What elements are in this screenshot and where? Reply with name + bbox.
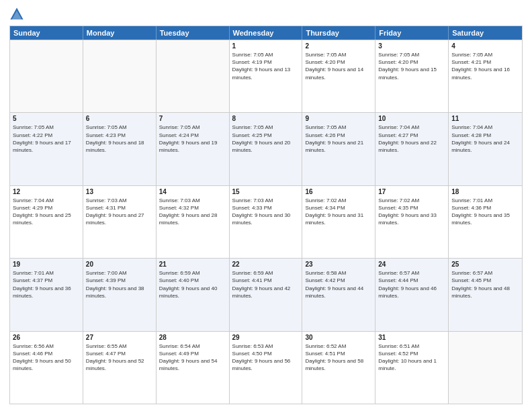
calendar-cell-7: 7Sunrise: 7:05 AM Sunset: 4:24 PM Daylig…: [157, 113, 230, 185]
cell-info: Sunrise: 6:53 AM Sunset: 4:50 PM Dayligh…: [232, 342, 300, 373]
cell-info: Sunrise: 6:57 AM Sunset: 4:44 PM Dayligh…: [378, 269, 445, 300]
calendar-cell-26: 26Sunrise: 6:56 AM Sunset: 4:46 PM Dayli…: [10, 332, 83, 404]
cell-day-number: 31: [378, 334, 445, 341]
cell-day-number: 30: [305, 334, 372, 341]
calendar-cell-15: 15Sunrise: 7:03 AM Sunset: 4:33 PM Dayli…: [230, 186, 303, 258]
calendar-cell-1: 1Sunrise: 7:05 AM Sunset: 4:19 PM Daylig…: [230, 40, 303, 112]
page: SundayMondayTuesdayWednesdayThursdayFrid…: [0, 0, 532, 411]
logo: [9, 7, 27, 21]
cell-info: Sunrise: 7:05 AM Sunset: 4:20 PM Dayligh…: [305, 51, 372, 81]
cell-day-number: 7: [159, 115, 226, 122]
calendar-cell-6: 6Sunrise: 7:05 AM Sunset: 4:23 PM Daylig…: [83, 113, 157, 185]
cell-day-number: 21: [159, 261, 226, 268]
cell-info: Sunrise: 6:59 AM Sunset: 4:40 PM Dayligh…: [159, 269, 226, 300]
calendar-cell-27: 27Sunrise: 6:55 AM Sunset: 4:47 PM Dayli…: [83, 332, 157, 404]
cell-info: Sunrise: 7:05 AM Sunset: 4:26 PM Dayligh…: [305, 124, 372, 154]
cell-info: Sunrise: 7:05 AM Sunset: 4:23 PM Dayligh…: [86, 124, 153, 154]
cell-info: Sunrise: 6:51 AM Sunset: 4:52 PM Dayligh…: [378, 342, 445, 373]
calendar-cell-10: 10Sunrise: 7:04 AM Sunset: 4:27 PM Dayli…: [375, 113, 449, 185]
calendar-cell-5: 5Sunrise: 7:05 AM Sunset: 4:22 PM Daylig…: [10, 113, 83, 185]
calendar-cell-30: 30Sunrise: 6:52 AM Sunset: 4:51 PM Dayli…: [302, 332, 375, 404]
cell-day-number: 2: [305, 42, 372, 50]
cell-day-number: 15: [232, 188, 300, 195]
cell-day-number: 20: [86, 261, 153, 268]
cell-day-number: 3: [378, 42, 445, 50]
calendar-cell-17: 17Sunrise: 7:02 AM Sunset: 4:35 PM Dayli…: [375, 186, 449, 258]
cell-day-number: 1: [232, 42, 300, 50]
cell-day-number: 13: [86, 188, 153, 195]
calendar-cell-8: 8Sunrise: 7:05 AM Sunset: 4:25 PM Daylig…: [230, 113, 303, 185]
cell-day-number: 24: [378, 261, 445, 268]
calendar-cell-22: 22Sunrise: 6:59 AM Sunset: 4:41 PM Dayli…: [230, 259, 303, 330]
calendar-cell-12: 12Sunrise: 7:04 AM Sunset: 4:29 PM Dayli…: [10, 186, 83, 258]
calendar-cell-19: 19Sunrise: 7:01 AM Sunset: 4:37 PM Dayli…: [10, 259, 83, 330]
cell-day-number: 25: [451, 261, 519, 268]
calendar-cell-18: 18Sunrise: 7:01 AM Sunset: 4:36 PM Dayli…: [449, 186, 522, 258]
calendar-cell-31: 31Sunrise: 6:51 AM Sunset: 4:52 PM Dayli…: [375, 332, 449, 404]
cell-info: Sunrise: 7:05 AM Sunset: 4:20 PM Dayligh…: [378, 51, 445, 81]
cell-info: Sunrise: 6:59 AM Sunset: 4:41 PM Dayligh…: [232, 269, 300, 300]
cell-info: Sunrise: 6:55 AM Sunset: 4:47 PM Dayligh…: [86, 342, 153, 373]
calendar-cell-3: 3Sunrise: 7:05 AM Sunset: 4:20 PM Daylig…: [375, 40, 449, 112]
cell-info: Sunrise: 7:05 AM Sunset: 4:19 PM Dayligh…: [232, 51, 300, 81]
cell-day-number: 12: [13, 188, 80, 195]
cell-info: Sunrise: 7:02 AM Sunset: 4:34 PM Dayligh…: [305, 197, 372, 227]
weekday-header-friday: Friday: [375, 26, 449, 40]
logo-icon: [9, 7, 24, 21]
cell-info: Sunrise: 6:57 AM Sunset: 4:45 PM Dayligh…: [451, 269, 519, 300]
calendar-row-2: 12Sunrise: 7:04 AM Sunset: 4:29 PM Dayli…: [10, 185, 522, 258]
calendar-cell-empty: [83, 40, 157, 112]
cell-day-number: 22: [232, 261, 300, 268]
calendar-cell-21: 21Sunrise: 6:59 AM Sunset: 4:40 PM Dayli…: [157, 259, 230, 330]
calendar-cell-23: 23Sunrise: 6:58 AM Sunset: 4:42 PM Dayli…: [302, 259, 375, 330]
cell-info: Sunrise: 7:03 AM Sunset: 4:32 PM Dayligh…: [159, 197, 226, 227]
cell-info: Sunrise: 7:03 AM Sunset: 4:31 PM Dayligh…: [86, 197, 153, 227]
calendar-row-1: 5Sunrise: 7:05 AM Sunset: 4:22 PM Daylig…: [10, 112, 522, 185]
calendar-cell-25: 25Sunrise: 6:57 AM Sunset: 4:45 PM Dayli…: [449, 259, 522, 330]
calendar: SundayMondayTuesdayWednesdayThursdayFrid…: [9, 26, 523, 404]
cell-day-number: 28: [159, 334, 226, 341]
calendar-cell-13: 13Sunrise: 7:03 AM Sunset: 4:31 PM Dayli…: [83, 186, 157, 258]
calendar-cell-2: 2Sunrise: 7:05 AM Sunset: 4:20 PM Daylig…: [302, 40, 375, 112]
cell-day-number: 23: [305, 261, 372, 268]
calendar-cell-16: 16Sunrise: 7:02 AM Sunset: 4:34 PM Dayli…: [302, 186, 375, 258]
weekday-header-monday: Monday: [83, 26, 157, 40]
cell-day-number: 17: [378, 188, 445, 195]
calendar-row-4: 26Sunrise: 6:56 AM Sunset: 4:46 PM Dayli…: [10, 331, 522, 404]
cell-info: Sunrise: 7:02 AM Sunset: 4:35 PM Dayligh…: [378, 197, 445, 227]
calendar-cell-11: 11Sunrise: 7:04 AM Sunset: 4:28 PM Dayli…: [449, 113, 522, 185]
cell-info: Sunrise: 6:52 AM Sunset: 4:51 PM Dayligh…: [305, 342, 372, 373]
cell-info: Sunrise: 6:56 AM Sunset: 4:46 PM Dayligh…: [13, 342, 80, 373]
cell-day-number: 11: [451, 115, 519, 122]
calendar-cell-20: 20Sunrise: 7:00 AM Sunset: 4:39 PM Dayli…: [83, 259, 157, 330]
cell-info: Sunrise: 7:04 AM Sunset: 4:27 PM Dayligh…: [378, 124, 445, 154]
weekday-header-wednesday: Wednesday: [230, 26, 303, 40]
cell-info: Sunrise: 7:04 AM Sunset: 4:28 PM Dayligh…: [451, 124, 519, 154]
cell-day-number: 16: [305, 188, 372, 195]
cell-info: Sunrise: 7:05 AM Sunset: 4:25 PM Dayligh…: [232, 124, 300, 154]
calendar-cell-28: 28Sunrise: 6:54 AM Sunset: 4:49 PM Dayli…: [157, 332, 230, 404]
cell-day-number: 8: [232, 115, 300, 122]
cell-info: Sunrise: 6:54 AM Sunset: 4:49 PM Dayligh…: [159, 342, 226, 373]
cell-day-number: 26: [13, 334, 80, 341]
cell-day-number: 19: [13, 261, 80, 268]
cell-info: Sunrise: 7:05 AM Sunset: 4:21 PM Dayligh…: [451, 51, 519, 81]
cell-day-number: 14: [159, 188, 226, 195]
calendar-row-0: 1Sunrise: 7:05 AM Sunset: 4:19 PM Daylig…: [10, 40, 522, 112]
weekday-header-thursday: Thursday: [302, 26, 375, 40]
calendar-cell-29: 29Sunrise: 6:53 AM Sunset: 4:50 PM Dayli…: [230, 332, 303, 404]
calendar-cell-4: 4Sunrise: 7:05 AM Sunset: 4:21 PM Daylig…: [449, 40, 522, 112]
weekday-header-sunday: Sunday: [10, 26, 83, 40]
cell-day-number: 27: [86, 334, 153, 341]
calendar-header: SundayMondayTuesdayWednesdayThursdayFrid…: [10, 26, 522, 40]
calendar-body: 1Sunrise: 7:05 AM Sunset: 4:19 PM Daylig…: [10, 40, 522, 404]
calendar-cell-24: 24Sunrise: 6:57 AM Sunset: 4:44 PM Dayli…: [375, 259, 449, 330]
cell-info: Sunrise: 7:05 AM Sunset: 4:22 PM Dayligh…: [13, 124, 80, 154]
calendar-row-3: 19Sunrise: 7:01 AM Sunset: 4:37 PM Dayli…: [10, 258, 522, 330]
cell-info: Sunrise: 7:05 AM Sunset: 4:24 PM Dayligh…: [159, 124, 226, 154]
cell-day-number: 5: [13, 115, 80, 122]
cell-day-number: 18: [451, 188, 519, 195]
header: [9, 7, 523, 21]
cell-info: Sunrise: 7:01 AM Sunset: 4:36 PM Dayligh…: [451, 197, 519, 227]
cell-day-number: 10: [378, 115, 445, 122]
